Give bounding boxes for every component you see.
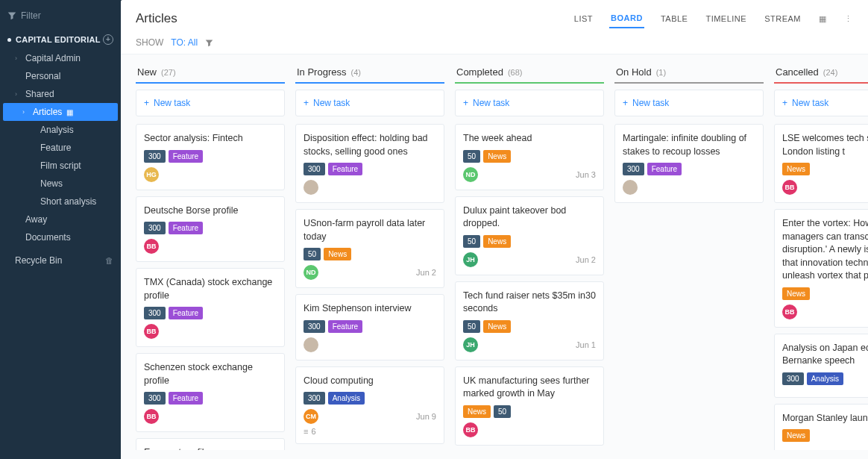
sidebar-item-capital-admin[interactable]: ›Capital Admin — [0, 49, 121, 67]
all-label[interactable]: All — [188, 37, 198, 48]
tag-feature: Feature — [169, 222, 203, 234]
plus-icon: + — [463, 98, 468, 108]
sidebar-item-short-analysis[interactable]: Short analysis — [0, 193, 121, 210]
card-footer: HG — [144, 167, 277, 182]
task-card[interactable]: Deutsche Borse profile300FeatureBB — [136, 196, 285, 263]
task-card[interactable]: The week ahead50NewsNDJun 3 — [455, 124, 604, 190]
column-count: (24) — [823, 68, 838, 77]
tag-feature: Feature — [328, 320, 362, 333]
sidebar-filter[interactable]: Filter — [0, 6, 121, 25]
tag-feature: Feature — [169, 150, 203, 163]
task-card[interactable]: Tech fund raiser nets $35m in30 seconds5… — [455, 281, 604, 360]
column-header: In Progress(4) — [295, 63, 444, 84]
view-table[interactable]: TABLE — [659, 10, 690, 28]
task-card[interactable]: UK manufacturing sees further marked gro… — [455, 366, 604, 446]
task-card[interactable]: LSE welcomes tech sto largest London lis… — [774, 124, 868, 203]
tag-300: 300 — [304, 320, 325, 333]
tag-row: 50News — [463, 320, 596, 333]
tag-analysis: Analysis — [807, 372, 843, 385]
task-card[interactable]: Cloud computing300AnalysisCMJun 9≡ 6 — [295, 366, 444, 445]
sidebar-item-label: Away — [25, 214, 47, 225]
add-icon[interactable]: + — [103, 34, 113, 45]
new-task-label: New task — [473, 98, 509, 108]
new-task-button[interactable]: +New task — [614, 90, 764, 116]
card-date: Jun 2 — [416, 268, 436, 277]
sidebar-item-documents[interactable]: Documents — [0, 228, 121, 246]
sidebar-item-news[interactable]: News — [0, 175, 121, 193]
tag-300: 300 — [144, 392, 166, 405]
sidebar-section-header[interactable]: CAPITAL EDITORIAL + — [0, 30, 121, 49]
column-count: (1) — [656, 68, 666, 77]
task-card[interactable]: Analysis on Japan econ off Bernanke spee… — [774, 334, 868, 398]
new-task-button[interactable]: +New task — [774, 90, 868, 116]
task-card[interactable]: Euronext profile300FeatureBB — [136, 438, 285, 450]
sidebar-item-label: Shared — [25, 89, 54, 99]
tag-50: 50 — [463, 320, 480, 333]
sidebar-item-label: Short analysis — [40, 196, 96, 207]
view-list[interactable]: LIST — [573, 10, 594, 28]
task-card[interactable]: Morgan Stanley launch PE fundNews — [774, 404, 868, 451]
show-label[interactable]: SHOW — [136, 37, 163, 48]
avatar — [304, 180, 318, 195]
sidebar-item-film-script[interactable]: Film script — [0, 157, 121, 175]
avatar: BB — [144, 324, 159, 339]
tag-feature: Feature — [647, 163, 682, 175]
tag-news: News — [782, 287, 810, 300]
grid-icon[interactable]: ▦ — [817, 13, 828, 24]
task-card[interactable]: Enter the vortex: How a managers can tra… — [774, 209, 868, 328]
new-task-button[interactable]: +New task — [136, 90, 285, 116]
new-task-button[interactable]: +New task — [455, 90, 604, 116]
sidebar-item-feature[interactable]: Feature — [0, 139, 121, 157]
tag-300: 300 — [144, 222, 166, 234]
new-task-button[interactable]: +New task — [295, 90, 444, 116]
task-card[interactable]: Sector analysis: Fintech300FeatureHG — [136, 124, 285, 190]
to-label[interactable]: TO: — [171, 37, 186, 48]
recycle-bin[interactable]: Recycle Bin 🗑 — [0, 251, 121, 270]
tag-row: 50News — [463, 150, 596, 163]
task-card[interactable]: TMX (Canada) stock exchange profile300Fe… — [136, 268, 285, 347]
sidebar-item-personal[interactable]: Personal — [0, 67, 121, 85]
sidebar-item-away[interactable]: Away — [0, 210, 121, 228]
tag-50: 50 — [304, 248, 321, 260]
page-title: Articles — [136, 11, 177, 26]
sidebar-item-label: Personal — [25, 71, 60, 81]
task-card[interactable]: USnon-farm payroll data later today50New… — [295, 209, 444, 288]
sidebar-item-label: Film script — [40, 160, 81, 171]
chevron-icon: › — [15, 54, 21, 62]
card-title: Morgan Stanley launch PE fund — [782, 412, 868, 425]
sidebar-item-shared[interactable]: ›Shared — [0, 85, 121, 103]
view-stream[interactable]: STREAM — [763, 10, 802, 28]
card-footer: BB — [144, 239, 277, 254]
task-card[interactable]: Martingale: infinite doubling of stakes … — [614, 124, 764, 203]
card-list: LSE welcomes tech sto largest London lis… — [774, 124, 868, 450]
card-footer — [304, 180, 436, 195]
more-icon[interactable]: ⋮ — [843, 13, 853, 24]
view-timeline[interactable]: TIMELINE — [704, 10, 748, 28]
column-header: On Hold(1) — [614, 63, 764, 84]
tag-row: 300Feature — [144, 392, 277, 405]
card-title: Schenzen stock exchange profile — [144, 361, 277, 387]
column-count: (4) — [350, 68, 360, 77]
card-footer — [304, 337, 436, 352]
avatar — [304, 337, 318, 352]
tag-300: 300 — [144, 307, 166, 319]
card-footer: NDJun 2 — [304, 265, 436, 280]
view-board[interactable]: BOARD — [609, 9, 644, 28]
filter-icon[interactable] — [205, 39, 213, 47]
sidebar-item-analysis[interactable]: Analysis — [0, 121, 121, 139]
card-footer — [623, 180, 755, 195]
card-date: Jun 1 — [576, 340, 596, 349]
avatar: HG — [144, 167, 159, 182]
task-card[interactable]: Schenzen stock exchange profile300Featur… — [136, 353, 285, 432]
card-footer: BB — [782, 305, 868, 319]
view-switcher: LISTBOARDTABLETIMELINESTREAM ▦ ⋮ — [573, 9, 853, 28]
section-name: CAPITAL EDITORIAL — [16, 35, 101, 44]
task-card[interactable]: Dulux paint takeover bod dropped.50NewsJ… — [455, 196, 604, 275]
card-date: Jun 2 — [576, 255, 596, 264]
task-card[interactable]: Disposition effect: holding bad stocks, … — [295, 124, 444, 203]
task-card[interactable]: Kim Stephenson interview300Feature — [295, 294, 444, 360]
tag-row: 300Feature — [144, 222, 277, 234]
new-task-label: New task — [154, 98, 190, 108]
sidebar-item-articles[interactable]: ›Articles ▦ — [3, 103, 118, 121]
card-title: Enter the vortex: How a managers can tra… — [782, 217, 868, 283]
